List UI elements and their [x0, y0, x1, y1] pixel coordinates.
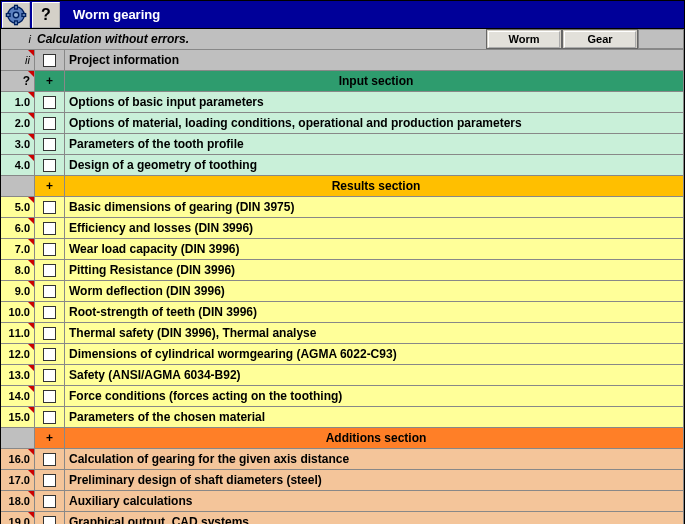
expander-icon [43, 159, 56, 172]
expander-icon [43, 411, 56, 424]
title-bar: ? Worm gearing [1, 1, 684, 29]
expander-icon [43, 327, 56, 340]
gear-button-cell: Gear [562, 29, 638, 49]
row-expander[interactable] [35, 92, 65, 112]
additions-section-label: Additions section [65, 428, 684, 448]
outline-row[interactable]: 7.0Wear load capacity (DIN 3996) [1, 239, 684, 260]
outline-row[interactable]: 12.0Dimensions of cylindrical wormgearin… [1, 344, 684, 365]
row-expander[interactable] [35, 302, 65, 322]
expander-icon [43, 54, 56, 67]
outline-row[interactable]: 19.0Graphical output, CAD systems [1, 512, 684, 524]
row-expander[interactable] [35, 281, 65, 301]
expand-results-section[interactable]: + [35, 176, 65, 196]
row-number: 15.0 [1, 407, 35, 427]
expander-icon [43, 96, 56, 109]
row-number: 9.0 [1, 281, 35, 301]
row-label: Parameters of the chosen material [65, 407, 684, 427]
expander-icon [43, 285, 56, 298]
outline-row[interactable]: 9.0Worm deflection (DIN 3996) [1, 281, 684, 302]
svg-rect-2 [15, 5, 18, 9]
row-expander[interactable] [35, 155, 65, 175]
svg-rect-3 [15, 20, 18, 24]
outline-row[interactable]: 18.0Auxiliary calculations [1, 491, 684, 512]
row-expander[interactable] [35, 386, 65, 406]
svg-point-1 [13, 12, 19, 18]
row-label: Worm deflection (DIN 3996) [65, 281, 684, 301]
row-expander[interactable] [35, 218, 65, 238]
row-number: 7.0 [1, 239, 35, 259]
input-section-label: Input section [65, 71, 684, 91]
row-label: Safety (ANSI/AGMA 6034-B92) [65, 365, 684, 385]
outline-row[interactable]: 17.0Preliminary design of shaft diameter… [1, 470, 684, 491]
expander-icon [43, 474, 56, 487]
gear-button[interactable]: Gear [564, 31, 636, 48]
expander-icon [43, 222, 56, 235]
row-number: 13.0 [1, 365, 35, 385]
svg-rect-4 [6, 13, 10, 16]
outline-row[interactable]: 4.0Design of a geometry of toothing [1, 155, 684, 176]
row-number: 1.0 [1, 92, 35, 112]
row-expander[interactable] [35, 260, 65, 280]
row-expander[interactable] [35, 365, 65, 385]
row-label: Parameters of the tooth profile [65, 134, 684, 154]
row-expander[interactable] [35, 197, 65, 217]
row-label: Basic dimensions of gearing (DIN 3975) [65, 197, 684, 217]
worm-button-cell: Worm [486, 29, 562, 49]
outline-row[interactable]: 16.0Calculation of gearing for the given… [1, 449, 684, 470]
row-expander[interactable] [35, 470, 65, 490]
row-expander[interactable] [35, 512, 65, 524]
outline-row[interactable]: 11.0Thermal safety (DIN 3996), Thermal a… [1, 323, 684, 344]
row-expander[interactable] [35, 407, 65, 427]
row-expander[interactable] [35, 491, 65, 511]
project-info-row[interactable]: ii Project information [1, 50, 684, 71]
status-row: i Calculation without errors. Worm Gear [1, 29, 684, 50]
row-number: 10.0 [1, 302, 35, 322]
outline-row[interactable]: 10.0Root-strength of teeth (DIN 3996) [1, 302, 684, 323]
outline-row[interactable]: 14.0Force conditions (forces acting on t… [1, 386, 684, 407]
outline-row[interactable]: 13.0Safety (ANSI/AGMA 6034-B92) [1, 365, 684, 386]
outline-row[interactable]: 3.0Parameters of the tooth profile [1, 134, 684, 155]
row-label: Wear load capacity (DIN 3996) [65, 239, 684, 259]
row-label: Pitting Resistance (DIN 3996) [65, 260, 684, 280]
expand-project[interactable] [35, 50, 65, 70]
row-expander[interactable] [35, 134, 65, 154]
outline-row[interactable]: 5.0Basic dimensions of gearing (DIN 3975… [1, 197, 684, 218]
row-label: Calculation of gearing for the given axi… [65, 449, 684, 469]
outline-row[interactable]: 2.0Options of material, loading conditio… [1, 113, 684, 134]
row-label: Thermal safety (DIN 3996), Thermal analy… [65, 323, 684, 343]
outline-row[interactable]: 15.0Parameters of the chosen material [1, 407, 684, 428]
expander-icon [43, 516, 56, 525]
worm-button[interactable]: Worm [488, 31, 560, 48]
project-info-label: Project information [65, 50, 684, 70]
expand-additions-section[interactable]: + [35, 428, 65, 448]
expander-icon [43, 264, 56, 277]
row-expander[interactable] [35, 113, 65, 133]
row-expander[interactable] [35, 239, 65, 259]
additions-section-index [1, 428, 35, 448]
row-number: 14.0 [1, 386, 35, 406]
row-expander[interactable] [35, 449, 65, 469]
row-number: 3.0 [1, 134, 35, 154]
results-section-label: Results section [65, 176, 684, 196]
row-label: Options of material, loading conditions,… [65, 113, 684, 133]
row-label: Efficiency and losses (DIN 3996) [65, 218, 684, 238]
empty-button-cell [638, 29, 684, 49]
row-number: 17.0 [1, 470, 35, 490]
row-expander[interactable] [35, 344, 65, 364]
expander-icon [43, 495, 56, 508]
help-button[interactable]: ? [32, 2, 60, 28]
outline-row[interactable]: 1.0Options of basic input parameters [1, 92, 684, 113]
row-label: Graphical output, CAD systems [65, 512, 684, 524]
results-section-index [1, 176, 35, 196]
expander-icon [43, 138, 56, 151]
expand-input-section[interactable]: + [35, 71, 65, 91]
outline-row[interactable]: 8.0Pitting Resistance (DIN 3996) [1, 260, 684, 281]
status-text: Calculation without errors. [35, 29, 486, 49]
row-expander[interactable] [35, 323, 65, 343]
outline-row[interactable]: 6.0Efficiency and losses (DIN 3996) [1, 218, 684, 239]
row-number: 8.0 [1, 260, 35, 280]
app-icon[interactable] [2, 2, 30, 28]
row-number: 6.0 [1, 218, 35, 238]
row-label: Dimensions of cylindrical wormgearing (A… [65, 344, 684, 364]
input-section-qmark[interactable]: ? [1, 71, 35, 91]
